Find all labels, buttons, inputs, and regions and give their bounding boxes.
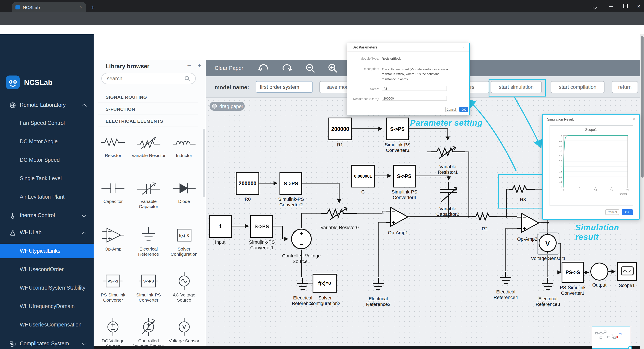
block-r3[interactable] xyxy=(509,182,536,196)
arrow-to-dialog xyxy=(468,99,516,171)
result-cancel-button[interactable]: Cancel xyxy=(605,209,619,215)
block-input[interactable]: 1 xyxy=(209,215,232,238)
library-section-s-function[interactable]: S-FUNCTION xyxy=(98,103,198,115)
component-label: Variable Capacitor xyxy=(131,199,166,209)
block-controlled-voltage-source1-label: Controlled Voltage Source1 xyxy=(282,253,321,264)
result-panel-close-icon[interactable]: × xyxy=(633,117,635,121)
block-r1[interactable]: 200000 xyxy=(328,118,352,140)
block-c[interactable]: 0.000001 xyxy=(351,165,375,187)
block-variable-resistor0[interactable] xyxy=(321,205,357,223)
zoom-in-icon[interactable] xyxy=(327,63,338,73)
block-controlled-voltage-source1[interactable] xyxy=(290,228,312,250)
block-solver-configuration2[interactable]: f(x)=0 xyxy=(312,274,336,293)
block-r0[interactable]: 200000 xyxy=(236,172,259,195)
block-voltage-sensor1[interactable]: V xyxy=(537,233,560,255)
sidebar-item-whulab[interactable]: WHULab xyxy=(0,225,94,240)
zoom-out-icon[interactable] xyxy=(305,63,315,73)
library-component-dc-voltage-source[interactable]: DC Voltage Source xyxy=(95,312,131,349)
block-variable-capacitor2[interactable] xyxy=(437,182,460,205)
svg-text:20: 20 xyxy=(626,189,629,191)
name-input[interactable] xyxy=(382,86,447,91)
dialog-ok-button[interactable]: OK xyxy=(460,107,468,112)
new-tab-button[interactable]: + xyxy=(91,4,94,10)
result-ok-button[interactable]: OK xyxy=(622,209,633,215)
ps-simulink-converter-icon: PS->S xyxy=(100,272,126,291)
block-r2[interactable] xyxy=(472,210,497,224)
return-button[interactable]: return xyxy=(612,81,638,93)
undo-icon[interactable] xyxy=(257,63,269,73)
library-component-variable-capacitor[interactable]: Variable Capacitor xyxy=(131,175,166,221)
sidebar-item-whutypicallinks[interactable]: WHUtypicalLinks xyxy=(0,244,94,258)
dialog-close-icon[interactable]: × xyxy=(462,45,465,49)
library-title: Library browser xyxy=(106,63,150,69)
block-scope1[interactable] xyxy=(618,262,637,281)
redo-icon[interactable] xyxy=(281,63,293,73)
resistance-input[interactable] xyxy=(382,96,447,101)
close-button[interactable]: × xyxy=(637,3,640,9)
library-component-capacitor[interactable]: Capacitor xyxy=(95,175,131,221)
sidebar-item-whucontrolsystemstability[interactable]: WHUcontrolSystemStability xyxy=(0,281,94,295)
block-electrical-reference[interactable] xyxy=(297,278,308,294)
sidebar-item-whuseriescompensation[interactable]: WHUseriesCompensation xyxy=(0,318,94,332)
block-ps-simulink-converter1[interactable]: PS->S xyxy=(562,262,584,283)
library-component-solver-configuration[interactable]: f(x)=0 Solver Configuration xyxy=(166,221,202,266)
library-component-resistor[interactable]: Resistor xyxy=(95,129,131,175)
scope-chart: 00.10.20.30.40.50.60.70.80.9105101520tim… xyxy=(550,133,632,202)
block-op-amp2[interactable] xyxy=(517,211,541,235)
library-component-diode[interactable]: Diode xyxy=(166,175,202,221)
sidebar-item-whusecondorder[interactable]: WHUsecondOrder xyxy=(0,262,94,277)
sidebar-item-single-tank-level[interactable]: Single Tank Level xyxy=(0,171,94,186)
sidebar-item-whufrequencydomain[interactable]: WHUfrequencyDomain xyxy=(0,299,94,314)
sidebar-item-fan-speed-control[interactable]: Fan Speed Control xyxy=(0,116,94,130)
block-converter3[interactable]: S->PS xyxy=(386,118,409,140)
library-component-op-amp[interactable]: Op-Amp xyxy=(95,221,131,266)
block-electrical-reference3[interactable] xyxy=(542,278,554,294)
expand-library-button[interactable]: + xyxy=(198,62,201,69)
sidebar-item-dc-motor-angle[interactable]: DC Motor Angle xyxy=(0,134,94,149)
block-electrical-reference4[interactable] xyxy=(500,272,511,288)
block-output[interactable] xyxy=(590,263,608,281)
start-compilation-button[interactable]: start compilation xyxy=(551,81,604,93)
library-section-electrical-elements[interactable]: ELECTRICAL ELEMENTS xyxy=(98,115,198,127)
library-component-voltage-sensor[interactable]: V Voltage Sensor xyxy=(166,312,202,349)
block-converter2[interactable]: S->PS xyxy=(280,172,302,195)
page-scrollbar-thumb[interactable] xyxy=(641,36,643,178)
dialog-cancel-button[interactable]: Cancel xyxy=(445,107,457,112)
library-component-inductor[interactable]: Inductor xyxy=(166,129,202,175)
library-component-variable-resistor[interactable]: Variable Resistor xyxy=(131,129,166,175)
sidebar-item-air-levitation-plant[interactable]: Air Levitation Plant xyxy=(0,190,94,204)
collapse-library-button[interactable]: − xyxy=(187,62,191,69)
block-op-amp1[interactable] xyxy=(386,205,410,229)
library-component-ac-voltage-source[interactable]: AC Voltage Source xyxy=(166,266,202,312)
block-converter1[interactable]: S->PS xyxy=(250,215,273,238)
library-scrollbar[interactable] xyxy=(203,129,205,197)
minimap[interactable] xyxy=(592,326,630,349)
tab-close-icon[interactable]: × xyxy=(80,4,82,10)
minimap-resize-handle[interactable] xyxy=(628,346,632,349)
tab-search-chevron-icon[interactable] xyxy=(593,5,596,10)
sidebar-item-remote-laboratory[interactable]: Remote Laboratory xyxy=(0,98,94,112)
block-voltage-sensor1-label: Voltage Sensor1 xyxy=(528,256,568,261)
minimize-button[interactable] xyxy=(609,6,613,7)
sidebar-item-complicated-system[interactable]: Complicated System xyxy=(0,336,94,349)
browser-tab[interactable]: NCSLab × xyxy=(12,2,86,12)
block-electrical-reference-label: Electrical Reference xyxy=(289,295,316,306)
search-icon[interactable] xyxy=(184,76,190,81)
sidebar-item-thermalcontrol[interactable]: thermalControl xyxy=(0,208,94,223)
clear-paper-button[interactable]: Clear Paper xyxy=(215,65,243,71)
resistance-label: Resistance (Ohm): xyxy=(351,97,379,101)
maximize-button[interactable] xyxy=(624,4,628,8)
variable-capacitor-icon xyxy=(136,180,162,197)
svg-text:5: 5 xyxy=(579,189,580,191)
library-component-controlled-voltage-source[interactable]: Controlled Voltage Source xyxy=(131,312,166,349)
block-electrical-reference2[interactable] xyxy=(373,278,384,294)
resistor-icon xyxy=(100,134,126,151)
sidebar-item-dc-motor-speed[interactable]: DC Motor Speed xyxy=(0,153,94,167)
library-component-electrical-reference[interactable]: Electrical Reference xyxy=(131,221,166,266)
library-component-ps-simulink-converter[interactable]: PS->S PS-Simulink Converter xyxy=(95,266,131,312)
model-name-input[interactable] xyxy=(256,81,312,93)
horizontal-scrollbar[interactable] xyxy=(94,346,640,349)
library-component-simulink-ps-converter[interactable]: S->PS Simulink-PS Converter xyxy=(131,266,166,312)
library-section-signal-routing[interactable]: SIGNAL ROUTING xyxy=(98,91,198,103)
search-input[interactable] xyxy=(101,73,196,84)
